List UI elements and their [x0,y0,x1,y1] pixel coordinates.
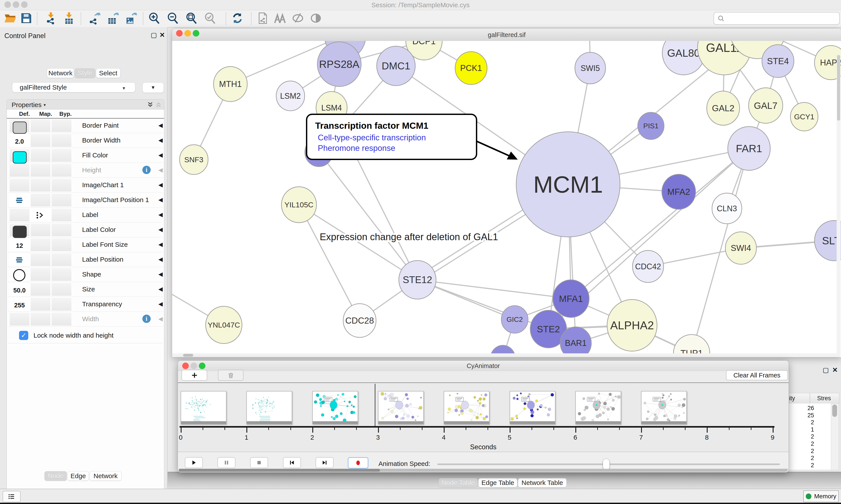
free-text-annotation[interactable]: Expression change after deletion of GAL1 [320,231,498,242]
column-header[interactable]: Stres [817,395,831,402]
table-cell-value[interactable]: 1 [788,426,814,433]
frame-thumbnail-3[interactable] [378,391,424,424]
network-file-button[interactable] [256,12,270,25]
mapping-cell[interactable] [31,223,51,236]
expand-row-icon[interactable]: ◀ [158,256,163,263]
table-cell-value[interactable]: 2 [788,433,814,440]
binoculars-button[interactable] [273,12,287,25]
bypass-cell[interactable] [52,298,72,311]
bypass-cell[interactable] [52,134,72,147]
open-session-button[interactable] [3,12,17,25]
show-details-button[interactable] [309,12,323,25]
mapping-cell[interactable] [31,194,51,207]
network-graph[interactable]: RPS28BDCP1RPS28ADMC1PCK1SWI5GAL80GAL11ST… [172,41,841,357]
hide-details-button[interactable] [291,12,305,25]
expand-row-icon[interactable]: ◀ [158,137,163,144]
mapping-cell[interactable] [31,283,51,296]
skip-start-button[interactable] [283,457,301,468]
delete-frame-button[interactable] [218,370,244,381]
frame-thumbnail-4[interactable] [444,391,489,424]
skip-end-button[interactable] [316,457,334,468]
refresh-button[interactable] [230,12,245,25]
tab-network-table[interactable]: Network Table [518,478,567,487]
callout-link[interactable]: Cell-type-specific transcription [318,133,476,142]
property-row-image-chart-position-1[interactable]: Image/Chart Position 1◀ [8,193,163,208]
scrollbar-thumb[interactable] [183,354,193,357]
export-table-button[interactable] [106,12,120,25]
expand-row-icon[interactable]: ◀ [158,226,163,233]
default-value-cell[interactable] [10,149,30,162]
bypass-cell[interactable] [52,119,72,132]
property-row-height[interactable]: Heighti◀ [8,163,163,178]
expand-row-icon[interactable]: ◀ [158,167,163,174]
properties-header[interactable]: Properties ▾ [7,100,164,109]
info-icon[interactable]: i [142,166,151,174]
network-hscrollbar[interactable] [172,353,837,357]
property-row-size[interactable]: 50.0Size◀ [8,282,163,297]
bypass-cell[interactable] [52,253,72,266]
mapping-cell[interactable] [31,149,51,162]
default-value-cell[interactable]: 255 [10,298,30,311]
task-history-button[interactable] [3,491,21,502]
frame-thumbnail-7[interactable] [641,391,687,424]
close-panel-icon[interactable]: ✕ [832,366,838,374]
default-value-cell[interactable] [10,313,30,326]
property-row-label[interactable]: Label◀ [8,207,163,222]
add-frame-button[interactable] [182,370,207,381]
property-row-shape[interactable]: Shape◀ [8,267,163,282]
property-row-fill-color[interactable]: Fill Color◀ [8,148,163,163]
save-session-button[interactable] [19,12,33,25]
mapping-cell[interactable] [31,179,51,192]
scrollbar-thumb[interactable] [837,55,840,121]
float-panel-icon[interactable]: ▢ [151,31,157,39]
expand-row-icon[interactable]: ◀ [158,286,163,292]
property-row-label-position[interactable]: Label Position◀ [8,252,163,267]
bypass-cell[interactable] [52,194,72,207]
expand-row-icon[interactable]: ◀ [158,122,163,129]
network-canvas[interactable]: RPS28BDCP1RPS28ADMC1PCK1SWI5GAL80GAL11ST… [172,41,841,357]
mapping-cell[interactable] [31,238,51,251]
frame-thumbnail-6[interactable] [575,391,621,424]
default-value-cell[interactable] [10,223,30,236]
expand-row-icon[interactable]: ◀ [158,196,163,203]
zoom-selected-button[interactable] [203,12,217,25]
frame-thumbnail-2[interactable] [312,391,358,424]
expand-row-icon[interactable]: ◀ [158,301,163,307]
column-header[interactable]: ity [789,395,795,402]
cyanimator-titlebar[interactable]: CyAnimator [178,361,789,371]
tab-edge-table[interactable]: Edge Table [478,478,517,487]
default-value-cell[interactable]: 50.0 [10,283,30,296]
speed-slider-knob[interactable] [603,459,610,470]
expand-all-icon[interactable] [147,101,154,108]
bypass-cell[interactable] [52,238,72,251]
export-network-button[interactable] [87,12,101,25]
close-panel-icon[interactable]: ✕ [159,31,165,39]
default-value-cell[interactable] [10,194,30,207]
mapping-cell[interactable] [31,164,51,177]
bypass-cell[interactable] [52,268,72,281]
table-cell-value[interactable]: 2 [788,419,814,426]
tab-network[interactable]: Network [90,471,122,481]
edge-YIL105C-STE12[interactable] [299,205,417,280]
default-value-cell[interactable] [10,209,30,221]
expand-row-icon[interactable]: ◀ [158,316,163,322]
timeline-area[interactable]: 0123456789 Seconds [178,382,789,452]
table-cell-value[interactable]: 2 [788,440,814,447]
zoom-fit-button[interactable] [184,12,198,25]
tab-style[interactable]: Style [75,68,95,78]
edge-YIL105C-CDC28[interactable] [299,205,360,321]
edge-PDC5-STE12[interactable] [319,152,417,280]
expand-row-icon[interactable]: ◀ [158,152,163,159]
mapping-cell[interactable] [31,253,51,266]
network-window-titlebar[interactable]: galFiltered.sif [172,29,841,41]
default-value-cell[interactable] [10,253,30,266]
table-scrollbar[interactable] [831,403,839,470]
mapping-cell[interactable] [31,313,51,326]
mapping-cell[interactable] [31,298,51,311]
info-icon[interactable]: i [142,314,151,323]
record-button[interactable] [348,457,369,469]
property-row-width[interactable]: Widthi◀ [8,311,163,327]
edge-STE12-STE2[interactable] [417,280,549,329]
property-row-label-font-size[interactable]: 12Label Font Size◀ [8,237,163,252]
zoom-in-button[interactable] [147,12,161,25]
